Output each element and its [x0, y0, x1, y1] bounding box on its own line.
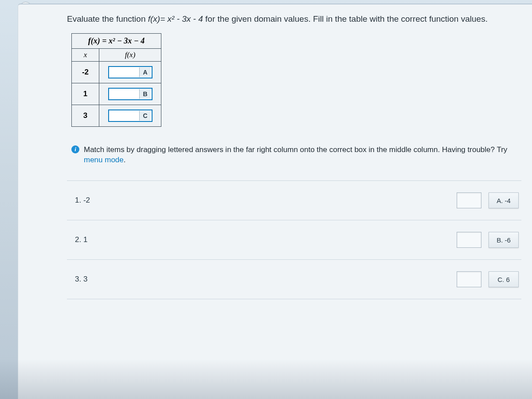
match-list: 1. -2 A. -4 2. 1 B. -6 3. 3 C. 6: [67, 180, 521, 299]
match-row-3: 3. 3 C. 6: [67, 260, 521, 299]
drop-slot-c[interactable]: C: [108, 110, 153, 122]
prompt-text-1: Evaluate the function: [67, 14, 148, 23]
instruction-text: Match items by dragging lettered answers…: [84, 145, 521, 166]
match-label-2: 2. 1: [75, 235, 450, 244]
answer-chip-a-text: A. -4: [497, 197, 511, 204]
table-equation-header: f(x) = x² − 3x − 4: [72, 33, 161, 48]
function-table: f(x) = x² − 3x − 4 x f(x) -2 A 1 B 3: [71, 33, 161, 127]
table-x-0: -2: [72, 61, 99, 83]
match-row-2: 2. 1 B. -6: [67, 220, 521, 260]
answer-chip-b[interactable]: B. -6: [489, 232, 519, 248]
match-target-3[interactable]: [457, 271, 481, 287]
table-equation-text: f(x) = x² − 3x − 4: [88, 36, 145, 45]
drop-slot-a[interactable]: A: [108, 66, 153, 78]
table-x-1: 1: [72, 83, 99, 105]
match-target-2[interactable]: [457, 232, 481, 248]
table-drop-cell-2: C: [99, 105, 161, 126]
instruction-before-link: Match items by dragging lettered answers…: [84, 145, 507, 154]
drop-slot-letter-b: B: [139, 89, 150, 99]
table-col-x: x: [72, 48, 99, 61]
prompt-fn-left: f(x): [148, 14, 160, 23]
menu-mode-link[interactable]: menu mode: [84, 156, 124, 164]
answer-chip-c-text: C. 6: [497, 276, 510, 283]
table-col-fx: f(x): [99, 48, 161, 61]
prompt-text-2: for the given domain values. Fill in the…: [205, 14, 488, 23]
table-drop-cell-0: A: [99, 61, 161, 83]
drop-slot-b[interactable]: B: [108, 88, 153, 100]
question-prompt: Evaluate the function f(x)= x² - 3x - 4 …: [67, 13, 521, 25]
instruction-after-link: .: [124, 156, 126, 164]
answer-chip-a[interactable]: A. -4: [489, 192, 519, 208]
table-drop-cell-1: B: [99, 83, 161, 105]
prompt-fn-expr: = x² - 3x - 4: [160, 14, 203, 23]
table-x-2: 3: [72, 105, 99, 126]
answer-chip-c[interactable]: C. 6: [489, 271, 519, 287]
match-label-1: 1. -2: [75, 196, 450, 205]
answer-chip-b-text: B. -6: [497, 236, 511, 244]
instruction-row: i Match items by dragging lettered answe…: [71, 145, 521, 166]
info-icon: i: [71, 145, 79, 153]
match-label-3: 3. 3: [75, 275, 450, 284]
match-target-1[interactable]: [457, 192, 481, 208]
match-row-1: 1. -2 A. -4: [67, 180, 521, 220]
drop-slot-letter-c: C: [139, 111, 150, 121]
question-panel: Evaluate the function f(x)= x² - 3x - 4 …: [18, 4, 532, 399]
drop-slot-letter-a: A: [139, 67, 150, 77]
